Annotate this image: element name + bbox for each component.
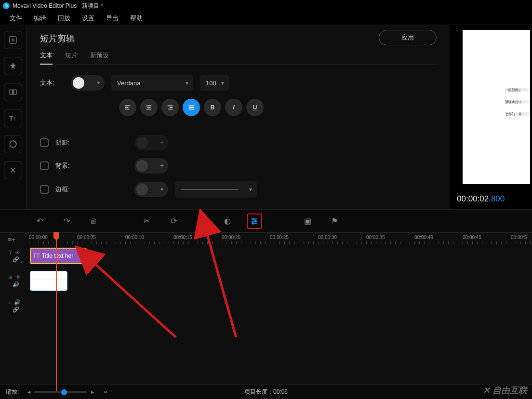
underline-button[interactable]: U [246, 99, 264, 116]
border-style-dropdown[interactable]: ▼ [175, 181, 257, 198]
ruler-mark: 00:00:00 [29, 235, 48, 240]
title-clip[interactable]: TT Title text her [30, 248, 87, 264]
apply-button[interactable]: 应用 [379, 30, 437, 45]
background-label: 背景: [55, 161, 80, 170]
svg-rect-4 [13, 90, 16, 94]
shadow-label: 阴影: [55, 138, 80, 147]
speaker-icon[interactable]: 🔊 [13, 281, 19, 288]
record-button[interactable]: ▣ [300, 213, 315, 229]
clip-properties-button[interactable] [247, 213, 262, 229]
preview-canvas[interactable]: 一眼新闻 | 新疆疾控中 七部门：鼓 [450, 25, 532, 190]
sidebar-tools-icon[interactable] [4, 161, 22, 179]
sidebar-titles-icon[interactable]: TT [4, 109, 22, 127]
link-icon[interactable]: 🔗 [13, 256, 19, 263]
left-sidebar: TT [0, 25, 27, 209]
cut-button[interactable]: ✂ [139, 213, 154, 229]
sidebar-import-icon[interactable] [4, 31, 22, 49]
panel-title: 短片剪辑 [40, 33, 437, 44]
video-track: ⊞👁 🔊 [0, 267, 532, 294]
ruler-mark: 00:00:45 [463, 235, 481, 240]
zoom-in-button[interactable]: ► [87, 389, 98, 395]
undo-button[interactable]: ↶ [32, 213, 47, 229]
text-color-toggle[interactable]: ✦ [71, 75, 105, 91]
eye-icon[interactable]: 👁 [15, 274, 21, 280]
video-clip[interactable] [30, 271, 67, 291]
crop-button[interactable]: ◫ [193, 213, 208, 229]
editor-panel: 短片剪辑 应用 文本 短片 新预设 文本: ✦ Verdana▼ 100▼ B … [27, 25, 450, 209]
zoom-slider[interactable] [34, 391, 87, 393]
text-label: 文本: [40, 79, 64, 87]
border-color-toggle[interactable]: ✦ [134, 182, 168, 197]
timeline-toolbar: ↶ ↷ 🗑 ✂ ⟳ ◫ ◐ ▣ ⚑ [0, 209, 532, 232]
timeline: ≡+ 00:00:0000:00:0500:00:1000:00:1500:00… [0, 232, 532, 391]
link-icon[interactable]: 🔗 [13, 306, 19, 313]
audio-track: ♪🔊 🔗 [0, 294, 532, 318]
menu-file[interactable]: 文件 [4, 12, 28, 25]
svg-text:T: T [13, 117, 16, 121]
ruler-mark: 00:00:15 [173, 235, 192, 240]
border-label: 边框: [55, 185, 80, 194]
tab-text[interactable]: 文本 [40, 51, 53, 65]
menu-help[interactable]: 帮助 [124, 12, 148, 25]
menu-edit[interactable]: 编辑 [28, 12, 52, 25]
eye-icon[interactable]: 👁 [15, 250, 20, 255]
align-right-button[interactable] [161, 99, 179, 116]
title-type-icon: TT [33, 253, 40, 259]
zoom-fit-button[interactable]: ⇔ [101, 389, 110, 395]
italic-button[interactable]: I [225, 99, 242, 116]
svg-point-23 [255, 220, 256, 222]
video-track-icon: ⊞ [8, 274, 13, 280]
sidebar-stickers-icon[interactable] [4, 135, 22, 153]
speaker-icon[interactable]: 🔊 [14, 299, 21, 306]
app-icon: ⊕ [3, 2, 10, 9]
sidebar-filters-icon[interactable] [4, 57, 22, 75]
title-track: T👁 🔗 TT Title text her [0, 244, 532, 267]
sidebar-transitions-icon[interactable] [4, 83, 22, 101]
timeline-ruler[interactable]: 00:00:0000:00:0500:00:1000:00:1500:00:20… [0, 233, 532, 244]
titlebar: ⊕ Movavi Video Editor Plus - 新项目 * [0, 0, 532, 12]
menu-settings[interactable]: 设置 [76, 12, 100, 25]
ruler-mark: 00:00:5 [511, 235, 527, 240]
menu-export[interactable]: 导出 [100, 12, 124, 25]
rotate-button[interactable]: ⟳ [166, 213, 181, 229]
chevron-down-icon: ▼ [185, 80, 189, 86]
watermark: ✕ 自由互联 [483, 385, 527, 396]
svg-point-25 [252, 223, 253, 224]
marker-button[interactable]: ⚑ [327, 213, 342, 229]
svg-point-21 [253, 218, 254, 220]
title-track-icon: T [9, 250, 12, 255]
menu-playback[interactable]: 回放 [52, 12, 76, 25]
align-center-button[interactable] [140, 99, 158, 116]
background-checkbox[interactable] [40, 161, 49, 170]
shadow-checkbox[interactable] [40, 138, 49, 147]
footer: 缩放: ◄ ► ⇔ 项目长度：00:06 [0, 385, 532, 399]
duration-label: 项目长度：00:06 [244, 388, 288, 396]
zoom-out-button[interactable]: ◄ [24, 389, 34, 395]
timestamp: 00:00:02.800 [450, 190, 532, 208]
tab-clip[interactable]: 短片 [65, 51, 78, 65]
title-clip-text: Title text her [42, 253, 74, 259]
background-color-toggle[interactable]: ✦ [134, 158, 168, 173]
playhead[interactable] [56, 233, 57, 391]
shadow-color-toggle[interactable]: ✦ [134, 135, 168, 150]
titlebar-text: Movavi Video Editor Plus - 新项目 * [13, 2, 103, 10]
ruler-mark: 00:00:20 [222, 235, 240, 240]
align-left-button[interactable] [119, 99, 136, 116]
size-dropdown[interactable]: 100▼ [200, 75, 229, 91]
audio-track-icon: ♪ [8, 299, 11, 306]
bold-button[interactable]: B [204, 99, 221, 116]
ruler-mark: 00:00:40 [414, 235, 433, 240]
ruler-mark: 00:00:10 [125, 235, 144, 240]
font-dropdown[interactable]: Verdana▼ [111, 75, 193, 91]
redo-button[interactable]: ↷ [59, 213, 74, 229]
ruler-mark: 00:00:05 [77, 235, 96, 240]
color-adjust-button[interactable]: ◐ [220, 213, 235, 229]
border-checkbox[interactable] [40, 185, 49, 194]
delete-button[interactable]: 🗑 [86, 213, 101, 229]
panel-tabs: 文本 短片 新预设 [40, 51, 437, 65]
ruler-mark: 00:00:25 [270, 235, 289, 240]
align-justify-button[interactable] [183, 99, 200, 116]
tab-preset[interactable]: 新预设 [90, 51, 109, 65]
svg-rect-3 [10, 90, 13, 94]
chevron-down-icon: ▼ [220, 80, 225, 86]
